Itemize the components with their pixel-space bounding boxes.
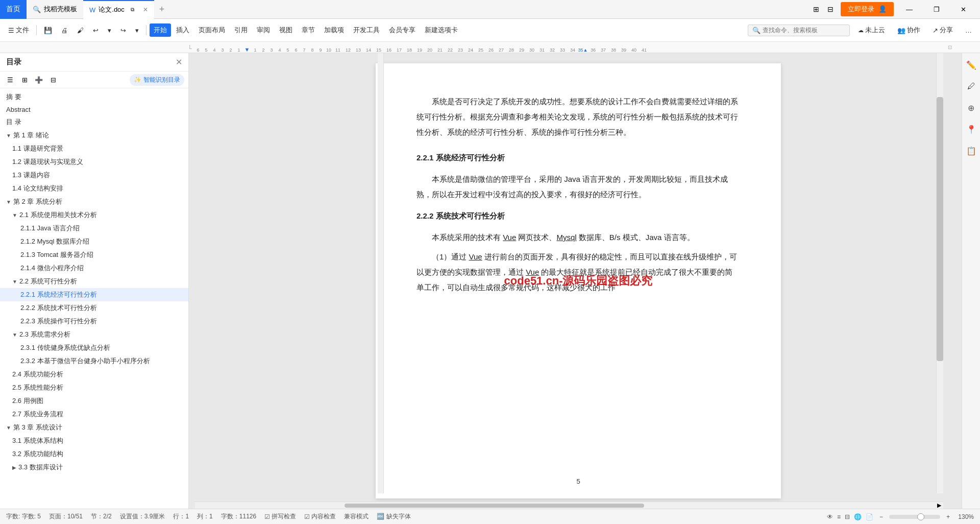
toc-item[interactable]: 2.4 系统功能分析	[0, 368, 188, 381]
toc-item[interactable]: ▼2.3 系统需求分析	[0, 328, 188, 341]
tab-daoke[interactable]: 🔍 找稻壳模板	[27, 0, 83, 19]
toc-item[interactable]: ▼2.1 系统使用相关技术分析	[0, 208, 188, 222]
close-button[interactable]: ✕	[952, 0, 975, 19]
doc-scroll-area[interactable]: code51.cn-源码乐园盗图必究 系统是否可行决定了系统开发的成功性。想要系…	[195, 53, 962, 509]
title-bar-right: ⊞ ⊟ 立即登录 👤 — ❐ ✕	[810, 0, 980, 19]
dev-btn[interactable]: 开发工具	[349, 23, 384, 37]
toc-item[interactable]: 2.1.2 Mysql 数据库介绍	[0, 235, 188, 248]
toc-item[interactable]: 2.2.3 系统操作可行性分析	[0, 315, 188, 328]
zoom-out-btn[interactable]: −	[877, 513, 885, 520]
toc-item[interactable]: 2.1.1 Java 语言介绍	[0, 222, 188, 235]
toc-item[interactable]: 2.2.1 系统经济可行性分析	[0, 288, 188, 301]
tab-doc[interactable]: W 论文.doc ⧉ ✕	[83, 0, 154, 19]
h-scroll-right[interactable]: ▶	[935, 502, 943, 509]
right-pen-icon[interactable]: 🖊	[964, 79, 979, 94]
tab-close-btn[interactable]: ✕	[143, 6, 148, 13]
status-lang-icon[interactable]: 🌐	[854, 513, 862, 520]
page-gutter-left	[355, 63, 376, 498]
share-btn[interactable]: ↗ 分享	[928, 23, 957, 37]
spell-check-btn[interactable]: ☑ 拼写检查	[264, 512, 296, 521]
insert-btn[interactable]: 插入	[172, 23, 193, 37]
toc-item[interactable]: 2.1.3 Tomcat 服务器介绍	[0, 248, 188, 261]
home-tab[interactable]: 首页	[0, 0, 27, 19]
sidebar-ai-btn[interactable]: ✨ 智能识别目录	[130, 74, 184, 86]
minimize-button[interactable]: —	[898, 0, 921, 19]
content-check-btn[interactable]: ☑ 内容检查	[304, 512, 336, 521]
toc-item[interactable]: ▼第 2 章 系统分析	[0, 195, 188, 208]
addon-btn[interactable]: 加载项	[320, 23, 348, 37]
more-btn[interactable]: …	[961, 25, 976, 36]
right-add-icon[interactable]: ⊕	[964, 100, 979, 115]
left-scrollbar[interactable]	[378, 53, 384, 493]
toc-item[interactable]: 2.7 系统业务流程	[0, 408, 188, 421]
toc-item[interactable]: 3.1 系统体系结构	[0, 434, 188, 447]
restore-button[interactable]: ❐	[925, 0, 948, 19]
sidebar-tab-add[interactable]: ➕	[33, 74, 45, 86]
toc-item[interactable]: 1.2 课题现状与实现意义	[0, 155, 188, 169]
format-btn[interactable]: 🖌	[73, 25, 88, 36]
right-doc-icon[interactable]: 📋	[964, 143, 979, 158]
zoom-thumb[interactable]	[917, 513, 924, 520]
toc-item[interactable]: ▶3.3 数据库设计	[0, 461, 188, 474]
toc-item[interactable]: 目 录	[0, 115, 188, 129]
toc-item[interactable]: ▼第 1 章 绪论	[0, 129, 188, 142]
toc-item[interactable]: 2.5 系统性能分析	[0, 381, 188, 394]
eye-icon[interactable]: 👁	[827, 513, 833, 520]
print-area-btn[interactable]: 🖨	[57, 25, 72, 36]
ruler: L 654321 ▼ 12345678910111213141516171819…	[0, 42, 980, 53]
toc-item[interactable]: 1.3 课题内容	[0, 169, 188, 182]
add-tab-btn[interactable]: +	[154, 4, 170, 15]
right-edit-icon[interactable]: ✏️	[964, 57, 979, 73]
toc-item[interactable]: 2.3.1 传统健身系统优缺点分析	[0, 341, 188, 354]
toc-item[interactable]: 摘 要	[0, 90, 188, 104]
redo-btn[interactable]: ↪	[116, 25, 130, 36]
horizontal-scrollbar[interactable]: ▶	[195, 502, 943, 509]
layout-btn[interactable]: 页面布局	[194, 23, 229, 37]
status-layout-icon2[interactable]: ⊟	[845, 513, 850, 520]
toc-item[interactable]: 3.2 系统功能结构	[0, 447, 188, 461]
undo-dropdown[interactable]: ▾	[104, 25, 115, 36]
toc-item[interactable]: 2.1.4 微信小程序介绍	[0, 261, 188, 275]
sidebar-tab-settings[interactable]: ⊟	[47, 74, 59, 86]
search-input[interactable]	[763, 27, 845, 34]
vertical-scrollbar-track[interactable]	[936, 53, 943, 493]
toc-item[interactable]: Abstract	[0, 104, 188, 115]
grid-icon[interactable]: ⊟	[824, 3, 837, 15]
compat-mode-label: 兼容模式	[344, 512, 369, 521]
toc-item[interactable]: 2.3.2 本基于微信平台健身小助手小程序分析	[0, 354, 188, 368]
cloud-btn[interactable]: ☁ 未上云	[854, 23, 889, 37]
toc-item[interactable]: ▼2.2 系统可行性分析	[0, 275, 188, 288]
search-box[interactable]: 🔍	[748, 25, 850, 36]
redo-dropdown[interactable]: ▾	[131, 25, 143, 36]
collab-btn[interactable]: 👥 协作	[893, 23, 924, 37]
view-btn[interactable]: 视图	[275, 23, 297, 37]
h-scrollbar-thumb[interactable]	[345, 504, 644, 508]
sidebar-tab-list[interactable]: ☰	[4, 74, 16, 86]
toc-item[interactable]: 1.1 课题研究背景	[0, 142, 188, 155]
status-doc-icon[interactable]: 📄	[866, 513, 873, 520]
tile-layout-icon[interactable]: ⊞	[810, 3, 822, 15]
zoom-slider[interactable]	[889, 515, 940, 519]
toc-item[interactable]: 2.6 用例图	[0, 394, 188, 408]
right-location-icon[interactable]: 📍	[964, 122, 979, 137]
review-btn[interactable]: 审阅	[253, 23, 274, 37]
sidebar-close-btn[interactable]: ✕	[176, 57, 182, 67]
toc-item[interactable]: ▼第 3 章 系统设计	[0, 421, 188, 434]
toc-item[interactable]: 2.2.2 系统技术可行性分析	[0, 301, 188, 315]
chapter-btn[interactable]: 章节	[298, 23, 319, 37]
sidebar-tab-view1[interactable]: ⊞	[18, 74, 31, 86]
newtab-btn[interactable]: 新建选项卡	[421, 23, 462, 37]
doc-para-4: （1）通过 Vue 进行前台的页面开发，具有很好的稳定性，而且可以直接在线升级维…	[416, 249, 740, 295]
member-btn[interactable]: 会员专享	[385, 23, 420, 37]
zoom-in-btn[interactable]: +	[944, 513, 952, 520]
scrollbar-thumb[interactable]	[937, 97, 943, 361]
status-layout-icon1[interactable]: ≡	[837, 513, 841, 520]
start-btn[interactable]: 开始	[150, 23, 171, 37]
save-btn[interactable]: 💾	[40, 25, 56, 36]
restore-icon[interactable]: ⧉	[128, 5, 138, 15]
toc-item[interactable]: 1.4 论文结构安排	[0, 182, 188, 195]
undo-btn[interactable]: ↩	[89, 25, 103, 36]
file-menu-btn[interactable]: ☰ 文件	[4, 23, 33, 37]
ref-btn[interactable]: 引用	[230, 23, 252, 37]
login-button[interactable]: 立即登录 👤	[841, 2, 894, 16]
